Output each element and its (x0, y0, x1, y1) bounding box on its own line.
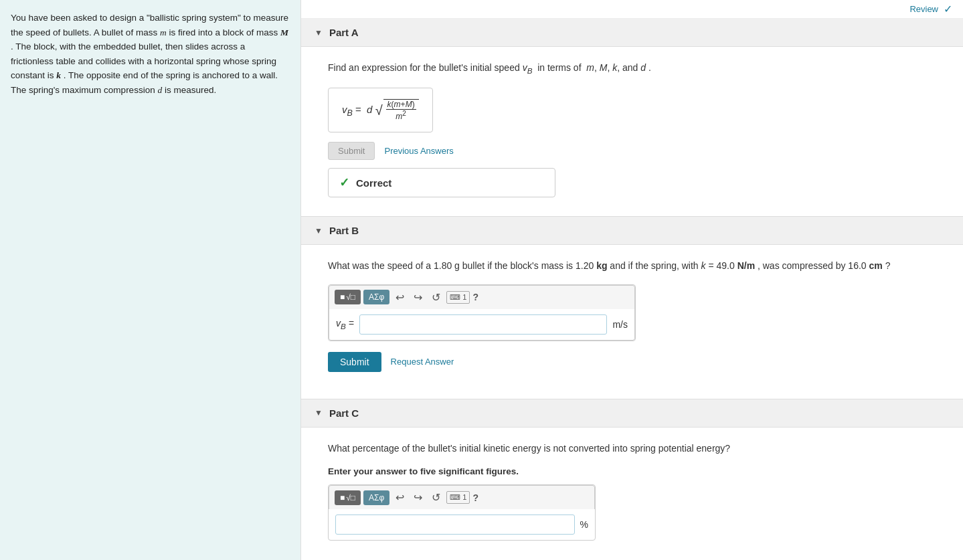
part-b-input-area: ■ √□ ΑΣφ ↩ ↪ ↺ ⌨ 1 ? vB = (328, 284, 636, 341)
part-b-input-label: vB = (336, 318, 354, 331)
part-c-content: What percentage of the bullet's initial … (301, 428, 963, 560)
part-a-content: Find an expression for the bullet's init… (301, 47, 963, 216)
correct-label: Correct (356, 177, 391, 189)
part-b-submit-row: Submit Request Answer (328, 352, 943, 372)
sqrt-label-b: √□ (346, 292, 355, 302)
var-k: k (56, 70, 61, 80)
undo-button-b[interactable]: ↩ (392, 290, 408, 305)
redo-button-c[interactable]: ↪ (410, 490, 426, 505)
check-icon: ✓ (944, 3, 952, 15)
formula-display: vB = d √ k(m+M) m2 (328, 88, 433, 132)
part-a-section: ▼ Part A Find an expression for the bull… (301, 19, 963, 217)
part-c-input-area: ■ √□ ΑΣφ ↩ ↪ ↺ ⌨ 1 ? % (328, 484, 596, 541)
collapse-icon-a: ▼ (315, 28, 323, 37)
reset-button-b[interactable]: ↺ (428, 290, 444, 305)
problem-text: You have been asked to design a "ballist… (11, 11, 290, 98)
part-b-answer-input[interactable] (359, 314, 608, 335)
part-a-submit-row: Submit Previous Answers (328, 142, 943, 160)
sqrt-icon-b: ■ (340, 292, 345, 302)
part-b-submit-button[interactable]: Submit (328, 352, 381, 372)
part-c-note: Enter your answer to five significant fi… (328, 466, 943, 476)
part-a-question: Find an expression for the bullet's init… (328, 60, 943, 77)
symbol-button-b[interactable]: ΑΣφ (363, 290, 389, 304)
right-panel: Review ✓ ▼ Part A Find an expression for… (301, 0, 963, 560)
sqrt-button-c[interactable]: ■ √□ (335, 490, 361, 505)
var-d-q: d (640, 62, 646, 73)
sqrt-button-b[interactable]: ■ √□ (335, 290, 361, 304)
part-b-unit: m/s (612, 319, 628, 330)
part-a-header[interactable]: ▼ Part A (301, 19, 963, 47)
part-c-toolbar: ■ √□ ΑΣφ ↩ ↪ ↺ ⌨ 1 ? (329, 485, 595, 509)
part-a-title: Part A (329, 27, 359, 38)
var-k-q: k (612, 62, 617, 73)
part-c-answer-input[interactable] (335, 515, 575, 535)
problem-description: You have been asked to design a "ballist… (0, 0, 301, 560)
sqrt-label-c: √□ (346, 493, 355, 502)
keyboard-button-c[interactable]: ⌨ 1 (446, 491, 470, 504)
review-link[interactable]: Review (909, 4, 938, 14)
part-b-title: Part B (329, 225, 359, 236)
correct-check-icon: ✓ (339, 175, 349, 190)
help-button-c[interactable]: ? (472, 492, 478, 503)
undo-button-c[interactable]: ↩ (392, 490, 408, 505)
redo-button-b[interactable]: ↪ (410, 290, 426, 305)
part-c-header[interactable]: ▼ Part C (301, 399, 963, 428)
reset-button-c[interactable]: ↺ (428, 490, 444, 505)
help-button-b[interactable]: ? (472, 292, 478, 302)
part-c-question: What percentage of the bullet's initial … (328, 441, 943, 456)
symbol-label-b: ΑΣφ (369, 292, 384, 302)
vars-label: m (586, 62, 594, 73)
var-M-q: M (600, 62, 608, 73)
sqrt-icon-c: ■ (340, 493, 345, 502)
part-c-unit: % (580, 519, 588, 530)
part-b-question: What was the speed of a 1.80 g bullet if… (328, 258, 943, 273)
request-answer-link[interactable]: Request Answer (391, 357, 454, 367)
symbol-label-c: ΑΣφ (369, 493, 384, 502)
symbol-button-c[interactable]: ΑΣφ (363, 490, 389, 505)
part-c-title: Part C (329, 407, 359, 419)
top-bar: Review ✓ (301, 0, 963, 19)
part-c-section: ▼ Part C What percentage of the bullet's… (301, 399, 963, 560)
var-M: M (280, 27, 288, 37)
formula-vB: vB = d √ k(m+M) m2 (342, 104, 419, 115)
part-b-toolbar: ■ √□ ΑΣφ ↩ ↪ ↺ ⌨ 1 ? (329, 285, 635, 309)
previous-answers-link[interactable]: Previous Answers (384, 146, 453, 156)
var-m: m (160, 27, 167, 37)
part-a-submit-button[interactable]: Submit (328, 142, 375, 160)
var-vB-label: vB (523, 62, 533, 73)
part-b-header[interactable]: ▼ Part B (301, 217, 963, 245)
part-b-input-row: vB = m/s (329, 309, 635, 341)
collapse-icon-c: ▼ (315, 408, 323, 417)
part-b-content: What was the speed of a 1.80 g bullet if… (301, 245, 963, 398)
var-d: d (157, 85, 162, 95)
part-b-section: ▼ Part B What was the speed of a 1.80 g … (301, 217, 963, 399)
part-c-input-row: % (329, 509, 595, 540)
collapse-icon-b: ▼ (315, 226, 323, 236)
correct-badge: ✓ Correct (328, 168, 555, 197)
keyboard-button-b[interactable]: ⌨ 1 (446, 291, 470, 304)
